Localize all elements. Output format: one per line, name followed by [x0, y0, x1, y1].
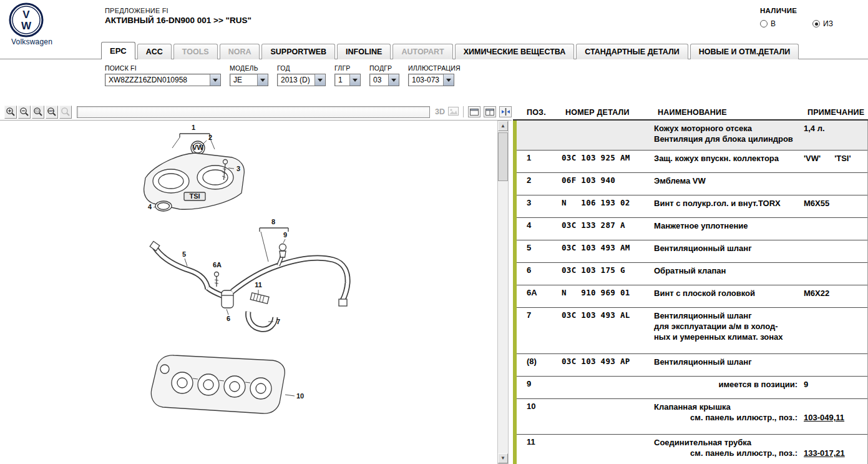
callout-10: 10 [296, 392, 304, 400]
column-header-note: ПРИМЕЧАНИЕ [807, 108, 868, 117]
illustration-link[interactable]: 133-017,21 [804, 448, 845, 458]
availability-label: НАЛИЧИЕ [760, 7, 866, 14]
table-row-8[interactable]: (8) 03C 103 493 AP Вентиляционный шланг [517, 353, 867, 376]
top-bar: V W Volkswagen ПРЕДЛОЖЕНИЕ FI АКТИВНЫЙ 1… [0, 0, 868, 41]
column-header-name: НАИМЕНОВАНИЕ [658, 108, 807, 117]
layout-single-pane-button[interactable] [468, 106, 480, 117]
search-fi-combobox[interactable]: XW8ZZZ16ZDN010958 [105, 74, 221, 86]
diagram-toolbar: 100% 3D [0, 104, 512, 121]
svg-text:100%: 100% [47, 109, 54, 112]
callout-11: 11 [255, 281, 262, 289]
offer-value: АКТИВНЫЙ 16-DN900 001 >> "RUS" [105, 16, 251, 25]
availability-radio-v[interactable]: В [760, 19, 776, 28]
callout-2: 2 [208, 134, 212, 141]
callout-7: 7 [276, 318, 280, 325]
table-row-5[interactable]: 5 03C 103 493 AM Вентиляционный шланг [517, 240, 867, 262]
chevron-down-icon[interactable] [443, 74, 454, 86]
chevron-down-icon[interactable] [388, 74, 399, 86]
brand-name: Volkswagen [11, 37, 52, 46]
model-combobox[interactable]: JE [230, 74, 268, 86]
offer-block: ПРЕДЛОЖЕНИЕ FI АКТИВНЫЙ 16-DN900 001 >> … [105, 7, 251, 25]
tab-chemicals[interactable]: ХИМИЧЕСКИЕ ВЕЩЕСТВА [455, 44, 575, 59]
zoom-out-button[interactable] [18, 106, 31, 119]
table-row-4[interactable]: 4 03C 133 287 A Манжетное уплотнение [517, 217, 867, 240]
illustration-path-bar [77, 106, 430, 118]
scrollbar-thumb[interactable] [498, 132, 508, 181]
filter-bar: ПОИСК FI XW8ZZZ16ZDN010958 МОДЕЛЬ JE ГОД… [105, 64, 461, 86]
zoom-in-button[interactable] [4, 106, 17, 119]
tab-new-parts[interactable]: НОВЫЕ И ОТМ.ДЕТАЛИ [690, 44, 799, 59]
sub-group-combobox[interactable]: 03 [369, 74, 399, 86]
chevron-down-icon[interactable] [315, 74, 325, 86]
callout-3: 3 [237, 165, 240, 172]
svg-text:W: W [21, 20, 32, 32]
image-preview-icon [448, 107, 459, 117]
table-row-6[interactable]: 6 03C 103 175 G Обратный клапан [517, 262, 867, 285]
filter-illustration: ИЛЛЮСТРАЦИЯ 103-073 [408, 64, 461, 86]
table-row-2[interactable]: 2 06F 103 940 Эмблема VW [517, 172, 867, 195]
callout-5: 5 [182, 250, 186, 258]
table-row-9[interactable]: 9 имеется в позиции: 9 [517, 376, 867, 398]
table-row-11[interactable]: 11 Соединительная трубка см. панель иллю… [517, 434, 867, 464]
tab-acc[interactable]: ACC [137, 44, 172, 59]
parts-illustration[interactable]: 1 2 3 4 5 6A 6 7 8 9 10 11 TSI VW [0, 121, 497, 464]
chevron-down-icon[interactable] [257, 74, 268, 86]
filter-main-group: ГЛГР 1 [334, 64, 361, 86]
filter-sub-group: ПОДГР 03 [369, 64, 399, 86]
tab-autopart: AUTOPART [393, 44, 452, 59]
tab-infoline[interactable]: INFOLINE [337, 44, 391, 59]
tab-tools: TOOLS [173, 44, 218, 59]
layout-split-pane-button[interactable] [484, 106, 496, 117]
table-group-row[interactable]: Кожух моторного отсека Вентиляция для бл… [517, 121, 867, 150]
table-row-10[interactable]: 10 Клапанная крышка см. панель иллюстр.,… [517, 398, 867, 434]
illustration-link[interactable]: 103-049,11 [804, 412, 844, 423]
threed-button: 3D [435, 107, 445, 116]
tab-epc[interactable]: EPC [101, 42, 135, 59]
pane-splitter-button[interactable] [499, 106, 512, 117]
tab-standard-parts[interactable]: СТАНДАРТНЫЕ ДЕТАЛИ [576, 44, 688, 59]
parts-table-header: ПОЗ. НОМЕР ДЕТАЛИ НАИМЕНОВАНИЕ ПРИМЕЧАНИ… [513, 104, 868, 121]
offer-label: ПРЕДЛОЖЕНИЕ FI [105, 7, 251, 14]
main-group-combobox[interactable]: 1 [334, 74, 361, 86]
parts-table: Кожух моторного отсека Вентиляция для бл… [513, 121, 868, 464]
tab-nora: NORA [220, 44, 260, 59]
year-combobox[interactable]: 2013 (D) [277, 74, 326, 86]
radio-circle-icon[interactable] [760, 20, 768, 27]
scroll-down-button[interactable]: ▼ [498, 453, 508, 463]
tsi-badge: TSI [189, 192, 200, 200]
availability-group: НАЛИЧИЕ В ИЗ [760, 7, 866, 29]
radio-circle-selected-icon[interactable] [812, 20, 820, 27]
filter-model: МОДЕЛЬ JE [230, 64, 268, 86]
filter-year: ГОД 2013 (D) [277, 64, 326, 86]
illustration-combobox[interactable]: 103-073 [408, 74, 454, 86]
callout-6: 6 [227, 315, 230, 322]
tab-supportweb[interactable]: SUPPORTWEB [261, 44, 335, 59]
callout-9: 9 [283, 231, 287, 239]
filter-search-fi: ПОИСК FI XW8ZZZ16ZDN010958 [105, 64, 221, 86]
callout-8: 8 [271, 218, 275, 225]
vw-logo: V W [9, 2, 77, 39]
zoom-100-button[interactable]: 100% [46, 106, 58, 119]
table-row-3[interactable]: 3 N 106 193 02 Винт с полукр.гол. и внут… [517, 195, 867, 217]
diagram-scrollbar[interactable]: ▲ ▼ [497, 121, 509, 464]
column-header-number: НОМЕР ДЕТАЛИ [565, 108, 658, 117]
table-row-7[interactable]: 7 03C 103 493 AL Вентиляционный шланг дл… [517, 307, 867, 353]
svg-text:V: V [22, 9, 30, 21]
table-row-1[interactable]: 1 03C 103 925 AM Защ. кожух впускн. колл… [517, 150, 867, 172]
callout-6a: 6A [213, 261, 222, 269]
zoom-area-button[interactable] [32, 106, 44, 119]
column-header-pos: ПОЗ. [517, 108, 565, 117]
toolbar-separator [463, 106, 464, 117]
chevron-down-icon[interactable] [349, 74, 360, 86]
callout-1: 1 [192, 124, 195, 131]
availability-radio-iz[interactable]: ИЗ [812, 19, 833, 28]
vw-emblem-letters: VW [192, 144, 203, 151]
table-row-6a[interactable]: 6A N 910 969 01 Винт с плоской головкой … [517, 285, 867, 307]
scroll-up-button[interactable]: ▲ [498, 121, 508, 131]
zoom-search-button [59, 106, 72, 119]
chevron-down-icon[interactable] [210, 74, 220, 86]
tab-bar: EPC ACC TOOLS NORA SUPPORTWEB INFOLINE A… [101, 42, 801, 59]
callout-4: 4 [148, 203, 152, 210]
